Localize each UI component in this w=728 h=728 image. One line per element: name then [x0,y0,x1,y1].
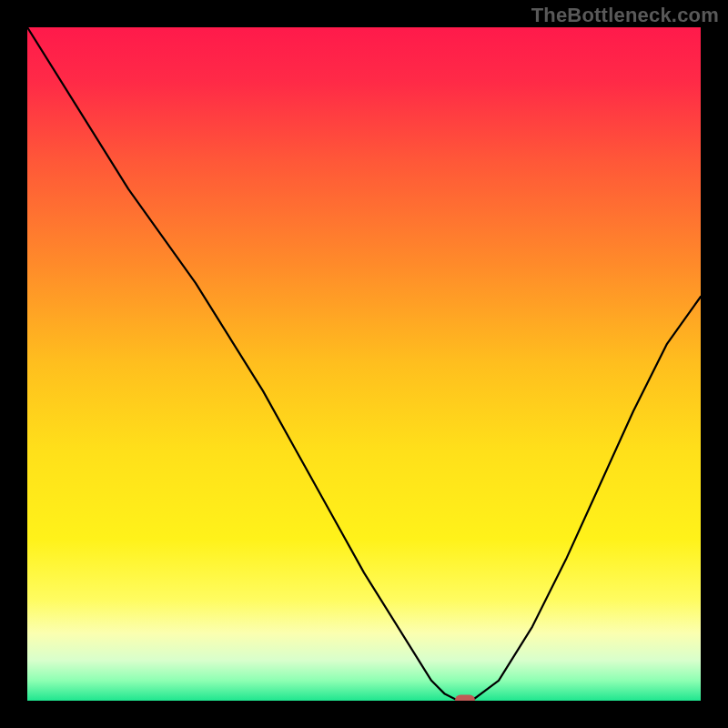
chart-svg [27,27,701,701]
chart-frame: TheBottleneck.com [0,0,728,728]
heatmap-background [27,27,701,701]
optimal-point-marker [455,695,475,702]
watermark-text: TheBottleneck.com [531,4,719,27]
plot-area [27,27,701,701]
